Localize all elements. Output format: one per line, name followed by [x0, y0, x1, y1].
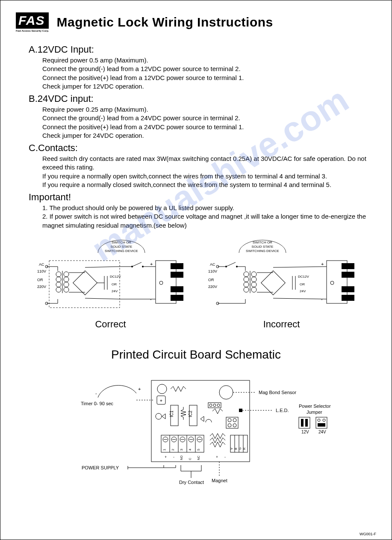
coil-minus: -: [224, 455, 226, 459]
magnet-label: Magnet: [212, 478, 227, 483]
svg-point-77: [156, 413, 162, 419]
switch-label: SOLID STATE: [251, 245, 273, 249]
switch-label: SWITCHING DEVICE: [246, 249, 279, 253]
power-selector-label: Power Selector: [299, 404, 331, 409]
svg-point-10: [56, 287, 61, 292]
timer-label: Timer 0- 90 sec: [81, 401, 114, 406]
important-heading: Important!: [29, 192, 376, 203]
power-supply-label: POWER SUPPLY: [82, 465, 119, 470]
svg-rect-36: [171, 272, 183, 278]
coil-plus: +: [216, 455, 218, 459]
plus-label: +: [150, 261, 153, 267]
section-b-line: Connect the positive(+) lead from a 24VD…: [42, 123, 376, 131]
document-code: WG001-F: [360, 532, 376, 536]
svg-point-8: [56, 277, 61, 282]
terminal-strip: 1 2 3 4 5: [161, 435, 204, 452]
svg-point-55: [251, 282, 256, 287]
minus-label: -: [321, 297, 323, 302]
mag-bond-label: Mag Bond Sensor: [259, 390, 296, 395]
switch-label: SWITCHING DEVICE: [105, 249, 138, 253]
pcb-title: Printed Circuit Board Schematic: [16, 348, 376, 362]
term-5: 5: [197, 448, 200, 451]
incorrect-label: Incorrect: [205, 319, 359, 330]
term-nc: NC: [197, 456, 200, 460]
pin-g: G: [239, 447, 242, 449]
v110-label: 110V: [37, 269, 46, 273]
pin-b: B: [234, 448, 237, 450]
dc24-label: 24V: [112, 289, 118, 293]
important-body: 1. The product should only be powered by…: [42, 204, 376, 230]
term-minus: -: [173, 455, 174, 459]
svg-rect-16: [73, 270, 97, 295]
minus-label: -: [150, 297, 152, 302]
section-c-heading: C.Contacts:: [29, 142, 376, 154]
switch-label: SWITCH OR: [253, 240, 272, 244]
plus-icon: +: [160, 398, 162, 403]
svg-line-29: [94, 267, 120, 274]
or-mid-label: OR: [300, 282, 305, 286]
jumper-12v-label: 12V: [301, 430, 309, 434]
term-3: 3: [180, 448, 183, 451]
section-b-line: Require power 0.25 amp (Maximum).: [42, 105, 376, 114]
plus-label: +: [321, 261, 324, 267]
important-line: 2. If power switch is not wired between …: [42, 212, 376, 230]
wiring-incorrect: SWITCH OR SOLID STATE SWITCHING DEVICE A…: [205, 235, 359, 330]
svg-rect-68: [342, 272, 354, 278]
logo-subtitle: Fast Access Security Corp.: [16, 30, 49, 32]
or-label: OR: [37, 278, 43, 282]
ac-label: AC: [39, 262, 44, 267]
svg-rect-37: [171, 286, 183, 292]
section-b-heading: B.24VDC input:: [29, 93, 376, 104]
dc24-label: 24V: [300, 289, 306, 293]
dc12-label: DC12V: [298, 275, 309, 279]
wiring-diagrams: SWITCH OR SOLID STATE SWITCHING DEVICE A…: [16, 235, 376, 330]
svg-line-22: [132, 262, 141, 267]
wiring-incorrect-svg: SWITCH OR SOLID STATE SWITCHING DEVICE A…: [205, 235, 359, 316]
term-4: 4: [188, 448, 192, 451]
logo: FAS Fast Access Security Corp.: [16, 12, 49, 32]
transformer-icon: [56, 271, 69, 293]
ic2-label: IC2: [188, 410, 193, 417]
svg-point-90: [233, 424, 236, 427]
svg-point-54: [251, 277, 256, 282]
term-plus: +: [165, 455, 167, 459]
ac-label: AC: [210, 262, 215, 267]
svg-point-7: [56, 272, 61, 277]
svg-point-96: [323, 419, 325, 421]
led-label: L.E.D.: [276, 408, 289, 413]
section-b-line: Check jumper for 24VDC operation.: [42, 131, 376, 140]
svg-rect-35: [171, 263, 183, 269]
v220-label: 220V: [208, 285, 217, 289]
term-1: 1: [162, 448, 166, 451]
svg-rect-91: [299, 417, 310, 428]
wiring-correct: SWITCH OR SOLID STATE SWITCHING DEVICE A…: [34, 235, 188, 330]
timer-minus: -: [95, 391, 97, 396]
v220-label: 220V: [37, 285, 46, 289]
svg-point-72: [157, 384, 167, 394]
or-label: OR: [208, 278, 214, 282]
section-a-line: Required power 0.5 amp (Maximum).: [42, 56, 376, 65]
svg-rect-38: [171, 295, 183, 301]
svg-point-73: [219, 386, 233, 399]
document-page: manualshive.com FAS Fast Access Security…: [0, 0, 392, 540]
svg-point-88: [233, 418, 236, 422]
section-c-line: If you require a normally closed switch,…: [42, 181, 376, 189]
section-b-body: Require power 0.25 amp (Maximum). Connec…: [42, 105, 376, 140]
svg-rect-2: [49, 261, 120, 308]
section-a-line: Connect the positive(+) lead from a 12VD…: [42, 74, 376, 82]
svg-point-81: [209, 404, 212, 406]
term-no: NO: [180, 455, 183, 460]
svg-line-63: [273, 267, 327, 267]
section-b-line: Connect the ground(-) lead from a 24VDC …: [42, 114, 376, 122]
svg-rect-93: [305, 419, 308, 427]
svg-rect-86: [226, 417, 238, 428]
svg-point-34: [159, 281, 163, 285]
svg-point-82: [213, 404, 216, 406]
svg-rect-94: [316, 417, 327, 428]
or-mid-label: OR: [112, 282, 117, 286]
svg-point-11: [64, 272, 69, 277]
timer-plus: +: [138, 386, 141, 392]
section-c-line: If you require a normally open switch,co…: [42, 172, 376, 181]
section-a-body: Required power 0.5 amp (Maximum). Connec…: [42, 56, 376, 91]
ic1-label: IC1: [169, 410, 174, 417]
